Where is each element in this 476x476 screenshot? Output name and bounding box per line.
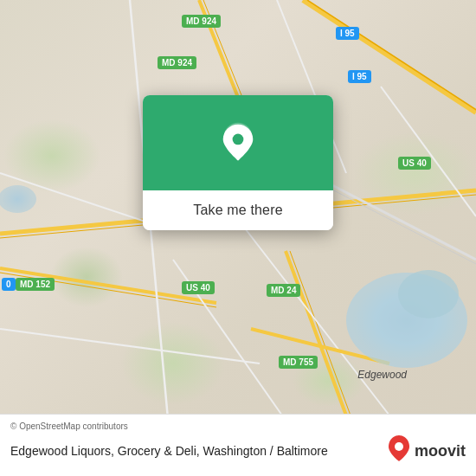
road-label-i95-2: I 95 [348, 68, 371, 83]
moovit-logo: moovit [387, 434, 466, 467]
road-label-i95-bottom: 0 [2, 275, 16, 291]
moovit-icon [387, 434, 411, 462]
svg-line-6 [286, 251, 346, 415]
svg-point-25 [395, 442, 403, 451]
svg-point-22 [0, 185, 36, 213]
popup-card: Take me there [143, 95, 333, 230]
take-me-there-button[interactable]: Take me there [143, 190, 333, 230]
place-info-row: Edgewood Liquors, Grocery & Deli, Washin… [10, 434, 466, 467]
svg-point-24 [233, 134, 244, 145]
map-attribution: © OpenStreetMap contributors [10, 421, 466, 431]
moovit-pin-icon [387, 434, 411, 467]
svg-line-7 [290, 251, 351, 415]
popup-green-header [143, 95, 333, 190]
road-label-md755: MD 755 [279, 353, 318, 369]
bottom-bar: © OpenStreetMap contributors Edgewood Li… [0, 414, 476, 476]
road-label-us40-left: US 40 [182, 279, 215, 294]
road-label-us40-right: US 40 [398, 154, 431, 170]
roads-layer [0, 0, 476, 476]
map-container: MD 924 MD 924 I 95 I 95 US 40 US 40 MD 2… [0, 0, 476, 476]
road-label-i95-1: I 95 [336, 24, 359, 40]
road-label-md152: MD 152 [16, 275, 55, 291]
moovit-wordmark: moovit [415, 442, 466, 460]
location-pin-icon [216, 121, 260, 164]
place-name: Edgewood Liquors, Grocery & Deli, Washin… [10, 444, 387, 458]
svg-line-12 [130, 0, 173, 476]
edgewood-location-label: Edgewood [357, 369, 407, 381]
road-label-md24: MD 24 [267, 281, 300, 297]
road-label-md924-2: MD 924 [158, 54, 196, 69]
svg-line-14 [0, 329, 260, 363]
road-label-md924-top: MD 924 [182, 12, 221, 28]
svg-point-21 [398, 270, 459, 318]
